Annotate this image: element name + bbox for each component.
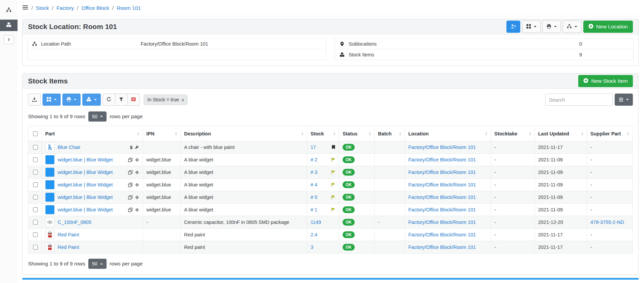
filter-button[interactable] (115, 94, 127, 106)
dollar-icon[interactable]: $ (130, 145, 133, 150)
diamond-icon[interactable] (135, 170, 139, 175)
search-input[interactable] (545, 94, 613, 106)
stock-link[interactable]: # 3 (311, 170, 317, 175)
copy-icon[interactable] (128, 208, 133, 212)
new-location-button[interactable]: New Location (583, 21, 633, 33)
row-checkbox[interactable] (33, 195, 38, 200)
column-header-status[interactable]: Status (339, 126, 375, 141)
location-link[interactable]: Factory/Office Block/Room 101 (408, 145, 476, 150)
location-link[interactable]: Factory/Office Block/Room 101 (408, 157, 476, 162)
part-thumbnail[interactable] (45, 180, 55, 189)
page-size-select[interactable]: 50 (88, 259, 107, 269)
part-link[interactable]: Blue Chair (58, 145, 81, 150)
page-size-select[interactable]: 50 (88, 111, 107, 122)
part-icons (128, 183, 139, 187)
location-link[interactable]: Factory/Office Block/Room 101 (408, 170, 476, 175)
sidebar-item-location-tree[interactable] (0, 5, 18, 16)
copy-icon[interactable] (128, 195, 133, 200)
stock-options-button[interactable] (82, 94, 101, 106)
print-bulk-button[interactable] (62, 94, 81, 106)
columns-button[interactable] (615, 94, 633, 106)
part-link[interactable]: C_100nF_0805 (58, 220, 91, 225)
location-link[interactable]: Factory/Office Block/Room 101 (408, 245, 476, 250)
barcode-actions-button[interactable] (522, 21, 540, 33)
copy-icon[interactable] (128, 183, 133, 187)
part-thumbnail[interactable] (45, 217, 55, 227)
stock-link[interactable]: # 1 (311, 207, 317, 212)
column-header-part[interactable]: Part (42, 126, 143, 141)
copy-icon[interactable] (128, 170, 133, 175)
row-checkbox[interactable] (33, 157, 38, 162)
location-link[interactable]: Factory/Office Block/Room 101 (408, 195, 476, 200)
column-header-supplier-part[interactable]: Supplier Part (587, 126, 633, 141)
diamond-icon[interactable] (135, 208, 139, 212)
part-link[interactable]: widget.blue | Blue Widget (58, 170, 113, 175)
stock-link[interactable]: 17 (311, 145, 316, 150)
filter-chip-in-stock[interactable]: In Stock = true x (144, 95, 187, 105)
location-operations-button[interactable] (563, 21, 581, 33)
part-thumbnail[interactable] (45, 192, 55, 202)
part-link[interactable]: widget.blue | Blue Widget (58, 157, 113, 162)
breadcrumb-link[interactable]: Factory (56, 5, 74, 11)
sidebar-item-stock[interactable] (0, 20, 18, 31)
diamond-icon[interactable] (135, 183, 139, 187)
row-checkbox[interactable] (33, 232, 38, 237)
row-checkbox[interactable] (33, 220, 38, 225)
location-link[interactable]: Factory/Office Block/Room 101 (408, 232, 476, 237)
ownership-button[interactable] (506, 21, 520, 33)
breadcrumb-link[interactable]: Room 101 (117, 5, 141, 11)
stock-link[interactable]: # 4 (311, 182, 317, 187)
stock-link[interactable]: # 5 (311, 195, 317, 200)
part-thumbnail[interactable] (45, 143, 55, 152)
diamond-icon[interactable] (135, 195, 139, 200)
part-link[interactable]: widget.blue | Blue Widget (58, 195, 113, 200)
row-checkbox[interactable] (33, 145, 38, 150)
stock-link[interactable]: 2.4 (311, 232, 317, 237)
column-header-stocktake[interactable]: Stocktake (491, 126, 535, 141)
row-checkbox[interactable] (33, 182, 38, 187)
row-checkbox[interactable] (33, 207, 38, 212)
column-header-stock[interactable]: Stock (307, 126, 339, 141)
new-stock-item-button[interactable]: New Stock Item (578, 75, 633, 87)
wrench-icon[interactable] (135, 145, 139, 150)
row-checkbox[interactable] (33, 170, 38, 175)
stocktake-cell: - (491, 216, 535, 229)
part-thumbnail[interactable] (45, 168, 55, 177)
barcode-bulk-button[interactable] (42, 94, 61, 106)
sidebar-expand-button[interactable] (4, 35, 14, 44)
part-thumbnail[interactable] (45, 155, 55, 164)
part-link[interactable]: Red Paint (58, 245, 79, 250)
filter-chip-remove-icon[interactable]: x (182, 97, 184, 102)
column-header-description[interactable]: Description (181, 126, 307, 141)
part-link[interactable]: widget.blue | Blue Widget (58, 182, 113, 187)
part-thumbnail[interactable] (45, 230, 55, 239)
location-link[interactable]: Factory/Office Block/Room 101 (408, 220, 476, 225)
part-link[interactable]: widget.blue | Blue Widget (58, 207, 113, 212)
column-header-ipn[interactable]: IPN (143, 126, 181, 141)
location-actions: New Location (506, 21, 633, 33)
supplier-part-link[interactable]: 478-3755-2-ND (590, 220, 624, 225)
breadcrumb-link[interactable]: Stock (36, 5, 49, 11)
part-link[interactable]: Red Paint (58, 232, 79, 237)
breadcrumb-link[interactable]: Office Block (81, 5, 109, 11)
refresh-button[interactable] (103, 94, 115, 106)
copy-icon[interactable] (128, 158, 133, 162)
row-checkbox[interactable] (33, 245, 38, 250)
column-header-location[interactable]: Location (405, 126, 491, 141)
column-header-batch[interactable]: Batch (375, 126, 405, 141)
export-button[interactable] (28, 94, 41, 106)
select-all-checkbox[interactable] (33, 131, 38, 136)
location-link[interactable]: Factory/Office Block/Room 101 (408, 182, 476, 187)
stock-link[interactable]: 3 (311, 245, 313, 250)
menu-icon[interactable] (22, 5, 28, 11)
column-header-last-updated[interactable]: Last Updated (535, 126, 587, 141)
stock-link[interactable]: 1149 (311, 220, 321, 225)
part-thumbnail[interactable] (45, 205, 55, 214)
filter-remove-button[interactable] (127, 94, 140, 106)
diamond-icon[interactable] (135, 158, 139, 162)
stock-link[interactable]: # 2 (311, 157, 317, 162)
print-actions-button[interactable] (543, 21, 561, 33)
location-link[interactable]: Factory/Office Block/Room 101 (408, 207, 476, 212)
part-thumbnail[interactable] (45, 242, 55, 252)
stocktake-cell: - (491, 166, 535, 179)
